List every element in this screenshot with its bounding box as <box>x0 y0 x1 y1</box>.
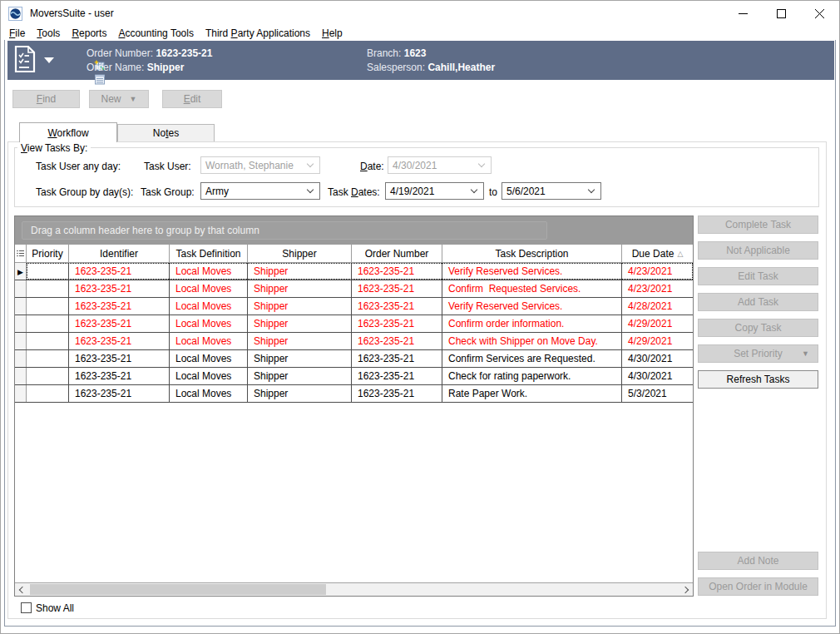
cell-due-date[interactable]: 4/30/2021 <box>622 368 693 384</box>
cell-identifier[interactable]: 1623-235-21 <box>69 280 170 297</box>
cell-due-date[interactable]: 4/29/2021 <box>622 333 693 349</box>
cell-order-number[interactable]: 1623-235-21 <box>352 350 442 367</box>
column-header-task-definition[interactable]: Task Definition <box>170 245 248 262</box>
cell-task-definition[interactable]: Local Moves <box>170 263 248 280</box>
cell-order-number[interactable]: 1623-235-21 <box>352 333 442 349</box>
column-header-priority[interactable]: Priority <box>27 245 69 262</box>
horizontal-scrollbar[interactable] <box>15 582 693 596</box>
cell-due-date[interactable]: 4/23/2021 <box>622 263 693 280</box>
find-button[interactable]: Find <box>12 90 80 108</box>
menu-item-help[interactable]: Help <box>316 27 348 40</box>
cell-shipper[interactable]: Shipper <box>248 263 352 280</box>
scroll-left-icon[interactable] <box>15 583 28 596</box>
menu-item-reports[interactable]: Reports <box>66 27 112 40</box>
task-row[interactable]: ▶1623-235-21Local MovesShipper1623-235-2… <box>15 263 693 280</box>
column-header-order-number[interactable]: Order Number <box>352 245 442 262</box>
cell-shipper[interactable]: Shipper <box>248 298 352 315</box>
task-row[interactable]: 1623-235-21Local MovesShipper1623-235-21… <box>15 280 693 298</box>
cell-identifier[interactable]: 1623-235-21 <box>69 368 170 384</box>
workflow-module-icon[interactable] <box>13 45 37 76</box>
cell-task-description[interactable]: Check with Shipper on Move Day. <box>442 333 622 349</box>
cell-identifier[interactable]: 1623-235-21 <box>69 385 170 402</box>
cell-task-description[interactable]: Check for rating paperwork. <box>442 368 622 384</box>
cell-priority[interactable] <box>27 350 69 367</box>
cell-order-number[interactable]: 1623-235-21 <box>352 368 442 384</box>
cell-priority[interactable] <box>27 298 69 315</box>
cell-task-description[interactable]: Confirm Services are Requested. <box>442 350 622 367</box>
cell-task-definition[interactable]: Local Moves <box>170 333 248 349</box>
cell-shipper[interactable]: Shipper <box>248 368 352 384</box>
task-row[interactable]: 1623-235-21Local MovesShipper1623-235-21… <box>15 333 693 350</box>
scrollbar-thumb[interactable] <box>30 584 326 595</box>
task-row[interactable]: 1623-235-21Local MovesShipper1623-235-21… <box>15 315 693 333</box>
copy-task-button[interactable]: Copy Task <box>698 319 818 337</box>
scroll-right-icon[interactable] <box>679 583 693 596</box>
cell-task-description[interactable]: Verify Reserved Services. <box>442 298 622 315</box>
cell-task-description[interactable]: Confirm Requested Services. <box>442 280 622 297</box>
new-dropdown-icon[interactable]: ▼ <box>130 95 137 103</box>
refresh-tasks-button[interactable]: Refresh Tasks <box>698 370 818 389</box>
cell-task-definition[interactable]: Local Moves <box>170 368 248 384</box>
column-header-identifier[interactable]: Identifier <box>69 245 170 262</box>
date-select[interactable]: 4/30/2021 <box>388 156 492 174</box>
task-row[interactable]: 1623-235-21Local MovesShipper1623-235-21… <box>15 298 693 315</box>
not-applicable-button[interactable]: Not Applicable <box>698 241 818 260</box>
cell-task-definition[interactable]: Local Moves <box>170 298 248 315</box>
cell-shipper[interactable]: Shipper <box>248 280 352 297</box>
add-note-button[interactable]: Add Note <box>698 552 818 570</box>
open-order-in-module-button[interactable]: Open Order in Module <box>698 577 818 596</box>
cell-identifier[interactable]: 1623-235-21 <box>69 298 170 315</box>
set-priority-button[interactable]: Set Priority▼ <box>698 344 818 363</box>
column-header-task-description[interactable]: Task Description <box>442 245 622 262</box>
cell-due-date[interactable]: 4/30/2021 <box>622 350 693 367</box>
cell-priority[interactable] <box>27 368 69 384</box>
cell-order-number[interactable]: 1623-235-21 <box>352 298 442 315</box>
task-row[interactable]: 1623-235-21Local MovesShipper1623-235-21… <box>15 368 693 385</box>
cell-due-date[interactable]: 4/28/2021 <box>622 298 693 315</box>
cell-priority[interactable] <box>27 333 69 349</box>
cell-due-date[interactable]: 4/29/2021 <box>622 315 693 332</box>
show-all-checkbox[interactable] <box>21 602 32 613</box>
tab-notes[interactable]: Notes <box>117 124 215 141</box>
task-date-to-select[interactable]: 5/6/2021 <box>502 182 601 200</box>
cell-task-definition[interactable]: Local Moves <box>170 385 248 402</box>
cell-shipper[interactable]: Shipper <box>248 385 352 402</box>
menu-item-accounting-tools[interactable]: Accounting Tools <box>112 27 200 40</box>
cell-priority[interactable] <box>27 315 69 332</box>
cell-due-date[interactable]: 4/23/2021 <box>622 280 693 297</box>
cell-priority[interactable] <box>27 263 69 280</box>
cell-task-description[interactable]: Confirm order information. <box>442 315 622 332</box>
cell-identifier[interactable]: 1623-235-21 <box>69 350 170 367</box>
task-group-select[interactable]: Army <box>200 182 320 200</box>
menu-item-third-party-applications[interactable]: Third Party Applications <box>200 27 316 40</box>
module-dropdown-icon[interactable] <box>44 57 54 63</box>
edit-task-button[interactable]: Edit Task <box>698 267 818 285</box>
cell-order-number[interactable]: 1623-235-21 <box>352 315 442 332</box>
tab-workflow[interactable]: Workflow <box>19 122 117 142</box>
cell-shipper[interactable]: Shipper <box>248 315 352 332</box>
cell-identifier[interactable]: 1623-235-21 <box>69 333 170 349</box>
task-row[interactable]: 1623-235-21Local MovesShipper1623-235-21… <box>15 350 693 368</box>
cell-task-definition[interactable]: Local Moves <box>170 315 248 332</box>
add-task-button[interactable]: Add Task <box>698 293 818 311</box>
menu-item-tools[interactable]: Tools <box>31 27 66 40</box>
cell-identifier[interactable]: 1623-235-21 <box>69 315 170 332</box>
group-by-bar[interactable]: Drag a column header here to group by th… <box>15 216 693 245</box>
cell-task-definition[interactable]: Local Moves <box>170 280 248 297</box>
cell-shipper[interactable]: Shipper <box>248 333 352 349</box>
cell-task-description[interactable]: Rate Paper Work. <box>442 385 622 402</box>
complete-task-button[interactable]: Complete Task <box>698 215 818 234</box>
close-button[interactable] <box>800 1 838 26</box>
minimize-button[interactable] <box>724 1 762 26</box>
column-header-due-date[interactable]: Due Date△ <box>622 245 693 262</box>
cell-task-description[interactable]: Verify Reserved Services. <box>442 263 622 280</box>
cell-due-date[interactable]: 5/3/2021 <box>622 385 693 402</box>
cell-order-number[interactable]: 1623-235-21 <box>352 263 442 280</box>
menu-item-file[interactable]: File <box>3 27 31 40</box>
new-button[interactable]: New▼ <box>89 90 149 108</box>
column-header-shipper[interactable]: Shipper <box>248 245 352 262</box>
cell-task-definition[interactable]: Local Moves <box>170 350 248 367</box>
maximize-button[interactable] <box>762 1 800 26</box>
task-date-from-select[interactable]: 4/19/2021 <box>385 182 484 200</box>
cell-shipper[interactable]: Shipper <box>248 350 352 367</box>
